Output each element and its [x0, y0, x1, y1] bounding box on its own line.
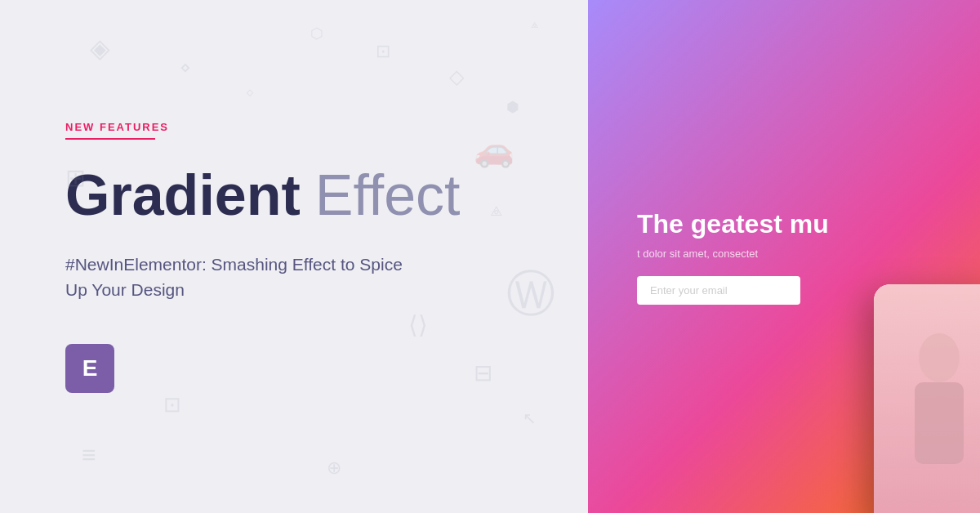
- new-features-text: NEW FEATURES: [65, 121, 523, 133]
- svg-rect-1: [915, 382, 964, 464]
- subtitle: #NewInElementor: Smashing Effect to Spic…: [65, 252, 408, 303]
- deco-icon-16: ⊕: [327, 457, 341, 479]
- deco-icon-5: ⬢: [506, 98, 519, 116]
- deco-icon-15: ⬦: [245, 82, 255, 100]
- phone-mockup: [874, 284, 980, 513]
- deco-icon-10: ⟨⟩: [408, 310, 428, 339]
- left-panel: ◈ ⋄ ⬡ ◇ ⬢ ⊡ 🚗 ⊞ ⟁ Ⓦ ⟨⟩ ⊟ ↖ ≡ ⊡ ⬦ ⊕ ⟁ NEW…: [0, 0, 588, 513]
- new-features-line: [65, 138, 155, 140]
- deco-icon-2: ⋄: [180, 57, 191, 78]
- page-wrapper: ◈ ⋄ ⬡ ◇ ⬢ ⊡ 🚗 ⊞ ⟁ Ⓦ ⟨⟩ ⊟ ↖ ≡ ⊡ ⬦ ⊕ ⟁ NEW…: [0, 0, 980, 513]
- deco-icon-6: ⊡: [376, 41, 390, 62]
- deco-icon-1: ◈: [90, 33, 110, 64]
- deco-icon-4: ◇: [449, 65, 464, 88]
- main-title: Gradient Effect: [65, 164, 523, 227]
- phone-image: [874, 284, 980, 513]
- website-title: The geatest mu: [637, 208, 947, 239]
- website-preview: The geatest mu t dolor sit amet, consect…: [588, 0, 980, 513]
- deco-icon-13: ≡: [82, 441, 96, 469]
- title-gradient: Gradient: [65, 164, 301, 227]
- elementor-badge: E: [65, 344, 114, 393]
- elementor-icon: E: [82, 355, 98, 381]
- deco-icon-14: ⊡: [163, 392, 181, 417]
- deco-icon-17: ⟁: [531, 16, 539, 31]
- title-light: Effect: [315, 164, 461, 227]
- website-email-input: Enter your email: [637, 276, 800, 305]
- deco-icon-12: ↖: [523, 408, 537, 428]
- website-subtitle: t dolor sit amet, consectet: [637, 248, 947, 260]
- new-features-label: NEW FEATURES: [65, 121, 523, 140]
- deco-icon-3: ⬡: [310, 25, 323, 42]
- right-panel: The geatest mu t dolor sit amet, consect…: [588, 0, 980, 513]
- svg-point-0: [919, 333, 960, 382]
- deco-icon-11: ⊟: [474, 359, 492, 386]
- deco-wordpress: Ⓦ: [506, 261, 555, 328]
